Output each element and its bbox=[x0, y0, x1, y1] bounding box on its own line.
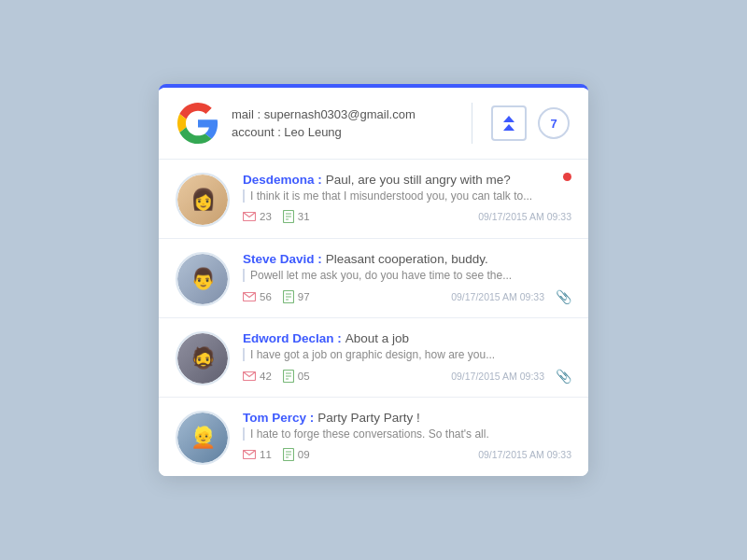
header-divider bbox=[472, 103, 472, 144]
mail-stat: 23 bbox=[243, 211, 272, 222]
message-preview: I think it is me that I misunderstood yo… bbox=[243, 189, 571, 203]
message-body-steve: Steve David :Pleasant cooperation, buddy… bbox=[243, 252, 571, 306]
account-name: account : Leo Leung bbox=[232, 123, 464, 142]
sender-name: Steve David : bbox=[243, 252, 322, 266]
mail-stat: 42 bbox=[243, 371, 272, 382]
avatar-desdemona: 👩 bbox=[176, 173, 230, 227]
chevron-up-icon bbox=[503, 116, 514, 122]
sender-name: Edword Declan : bbox=[243, 331, 342, 345]
doc-icon bbox=[283, 210, 294, 223]
message-time: 09/17/2015 AM 09:33 bbox=[478, 449, 571, 460]
message-subject: Paul, are you still angry with me? bbox=[326, 173, 511, 187]
message-body-desdemona: Desdemona :Paul, are you still angry wit… bbox=[243, 173, 571, 227]
avatar-steve: 👨 bbox=[176, 252, 230, 306]
message-item-steve[interactable]: 👨Steve David :Pleasant cooperation, budd… bbox=[159, 239, 588, 318]
doc-icon bbox=[283, 370, 294, 383]
mail-icon bbox=[243, 371, 256, 381]
sender-name: Desdemona : bbox=[243, 173, 322, 187]
mail-icon bbox=[243, 212, 256, 221]
main-card: mail : supernash0303@gmail.com account :… bbox=[159, 84, 588, 476]
paperclip-icon: 📎 bbox=[556, 369, 571, 384]
message-body-edword: Edword Declan :About a jobI have got a j… bbox=[243, 331, 571, 385]
doc-icon bbox=[283, 290, 294, 303]
doc-stat: 05 bbox=[283, 370, 310, 383]
header: mail : supernash0303@gmail.com account :… bbox=[159, 88, 588, 160]
mail-stat: 11 bbox=[243, 449, 272, 460]
message-subject: About a job bbox=[345, 331, 409, 345]
messages-list: 👩Desdemona :Paul, are you still angry wi… bbox=[159, 160, 588, 476]
collapse-button[interactable] bbox=[491, 105, 527, 141]
mail-stat: 56 bbox=[243, 291, 272, 302]
avatar-face: 🧔 bbox=[177, 333, 228, 384]
avatar-edword: 🧔 bbox=[176, 331, 230, 385]
unread-dot bbox=[563, 173, 571, 181]
header-actions: 7 bbox=[491, 105, 570, 141]
message-preview: Powell let me ask you, do you have time … bbox=[243, 269, 571, 282]
message-time: 09/17/2015 AM 09:33 bbox=[478, 211, 571, 222]
avatar-tom: 👱 bbox=[176, 411, 230, 465]
google-logo bbox=[177, 103, 218, 144]
message-time: 09/17/2015 AM 09:33 bbox=[451, 371, 544, 382]
doc-stat: 09 bbox=[283, 448, 310, 461]
message-body-tom: Tom Percy :Party Party Party !I hate to … bbox=[243, 411, 571, 465]
doc-stat: 97 bbox=[283, 290, 310, 303]
avatar-face: 👩 bbox=[177, 175, 228, 225]
message-footer: 110909/17/2015 AM 09:33 bbox=[243, 448, 571, 461]
message-preview: I hate to forge these conversations. So … bbox=[243, 427, 571, 441]
message-item-desdemona[interactable]: 👩Desdemona :Paul, are you still angry wi… bbox=[159, 160, 588, 239]
avatar-face: 👱 bbox=[177, 413, 228, 463]
message-preview: I have got a job on graphic design, how … bbox=[243, 348, 571, 361]
doc-stat: 31 bbox=[283, 210, 310, 223]
mail-icon bbox=[243, 292, 256, 301]
message-subject: Party Party Party ! bbox=[317, 411, 420, 425]
message-footer: 569709/17/2015 AM 09:33📎 bbox=[243, 289, 571, 304]
message-title-steve: Steve David :Pleasant cooperation, buddy… bbox=[243, 252, 571, 266]
mail-address: mail : supernash0303@gmail.com bbox=[232, 105, 464, 124]
mail-icon bbox=[243, 450, 256, 459]
message-title-desdemona: Desdemona :Paul, are you still angry wit… bbox=[243, 173, 571, 187]
notification-badge[interactable]: 7 bbox=[538, 107, 570, 139]
message-footer: 233109/17/2015 AM 09:33 bbox=[243, 210, 571, 223]
chevron-up-icon-2 bbox=[503, 124, 514, 131]
message-subject: Pleasant cooperation, buddy. bbox=[326, 252, 488, 266]
avatar-face: 👨 bbox=[177, 254, 228, 304]
message-footer: 420509/17/2015 AM 09:33📎 bbox=[243, 369, 571, 384]
message-title-tom: Tom Percy :Party Party Party ! bbox=[243, 411, 571, 425]
message-time: 09/17/2015 AM 09:33 bbox=[451, 291, 544, 302]
message-title-edword: Edword Declan :About a job bbox=[243, 331, 571, 345]
sender-name: Tom Percy : bbox=[243, 411, 314, 425]
message-item-edword[interactable]: 🧔Edword Declan :About a jobI have got a … bbox=[159, 318, 588, 398]
message-item-tom[interactable]: 👱Tom Percy :Party Party Party !I hate to… bbox=[159, 398, 588, 476]
paperclip-icon: 📎 bbox=[556, 289, 571, 304]
doc-icon bbox=[283, 448, 294, 461]
header-info: mail : supernash0303@gmail.com account :… bbox=[232, 105, 464, 142]
